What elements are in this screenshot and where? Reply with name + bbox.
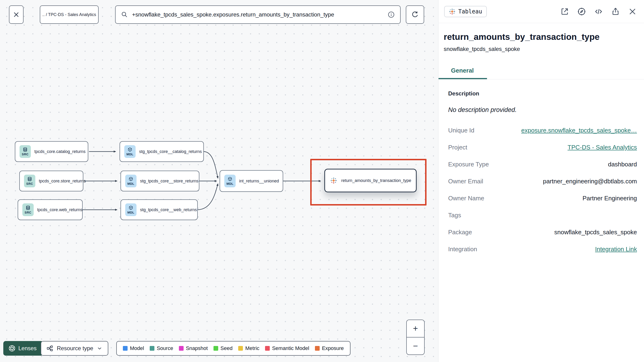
tab-general[interactable]: General	[438, 67, 487, 79]
panel-body: Description No description provided. Uni…	[438, 79, 644, 255]
refresh-icon	[411, 11, 419, 19]
info-icon[interactable]	[388, 11, 395, 18]
legend-swatch	[265, 346, 270, 351]
refresh-button[interactable]	[406, 6, 424, 24]
legend-item-metric: Metric	[238, 345, 260, 351]
legend-item-semantic-model: Semantic Model	[265, 345, 309, 351]
node-label: int_returns__unioned	[239, 179, 279, 184]
resource-type-dropdown[interactable]: Resource type	[41, 341, 108, 356]
unique-id-link[interactable]: exposure.snowflake_tpcds_sales_spoke…	[521, 127, 637, 134]
owner-name-value: Partner Engineering	[582, 195, 637, 202]
exposure-source-badge: Tableau	[444, 6, 487, 17]
share-button[interactable]	[611, 7, 620, 16]
exposure-title: return_amounts_by_transaction_type	[444, 32, 637, 42]
integration-link[interactable]: Integration Link	[595, 246, 637, 253]
graph-node-source-store-returns[interactable]: SRC tpcds_core.store_returns	[19, 171, 83, 191]
graph-node-stg-store-returns[interactable]: MDL stg_tpcds_core__store_returns	[120, 171, 199, 191]
zoom-controls: + −	[406, 320, 425, 355]
legend-swatch	[238, 346, 243, 351]
graph-node-stg-web-returns[interactable]: MDL stg_tpcds_core__web_returns	[120, 199, 198, 220]
graph-node-exposure-return-amounts[interactable]: return_amounts_by_transaction_type	[324, 169, 416, 192]
zoom-out-button[interactable]: −	[407, 337, 424, 354]
database-icon	[26, 205, 30, 211]
field-row-owner-email: Owner Email partner_engineering@dbtlabs.…	[448, 178, 637, 187]
model-node-icon: MDL	[125, 203, 136, 216]
share-icon	[611, 7, 620, 16]
close-icon	[13, 11, 20, 18]
legend-item-exposure: Exposure	[315, 345, 344, 351]
owner-email-value: partner_engineering@dbtlabs.com	[543, 178, 637, 185]
package-value: snowflake_tpcds_sales_spoke	[554, 229, 637, 236]
field-row-tags: Tags	[448, 212, 637, 221]
close-lineage-button[interactable]	[9, 6, 24, 24]
close-panel-button[interactable]	[628, 7, 637, 16]
description-value: No description provided.	[448, 106, 637, 114]
exposure-package-subtitle: snowflake_tpcds_sales_spoke	[444, 46, 637, 52]
source-node-icon: SRC	[24, 175, 35, 187]
node-label: stg_tpcds_core__web_returns	[140, 207, 197, 212]
node-label: tpcds_core.web_returns	[37, 207, 82, 212]
breadcrumb-label: .. / TPC-DS - Sales Analytics	[42, 12, 96, 17]
lineage-canvas[interactable]: SRC tpcds_core.catalog_returns SRC tpcds…	[0, 0, 438, 362]
zoom-in-button[interactable]: +	[407, 320, 424, 337]
breadcrumb[interactable]: .. / TPC-DS - Sales Analytics	[40, 6, 98, 24]
field-row-unique-id: Unique Id exposure.snowflake_tpcds_sales…	[448, 127, 637, 136]
external-link-icon	[560, 7, 569, 16]
lenses-label: Lenses	[18, 345, 36, 352]
lineage-search[interactable]	[115, 6, 400, 24]
legend-swatch	[315, 346, 320, 351]
model-node-icon: MDL	[125, 175, 136, 187]
search-input[interactable]	[132, 11, 384, 18]
legend-item-seed: Seed	[214, 345, 232, 351]
detail-panel: Tableau	[438, 0, 644, 362]
explore-button[interactable]	[577, 7, 586, 16]
field-row-owner-name: Owner Name Partner Engineering	[448, 195, 637, 204]
model-node-icon: MDL	[124, 145, 136, 158]
field-row-exposure-type: Exposure Type dashboard	[448, 161, 637, 170]
node-label: tpcds_core.store_returns	[39, 179, 86, 184]
cube-icon	[128, 205, 134, 211]
code-icon	[594, 7, 603, 16]
database-icon	[22, 147, 28, 152]
cube-icon	[127, 147, 132, 152]
graph-node-source-catalog-returns[interactable]: SRC tpcds_core.catalog_returns	[15, 141, 88, 162]
legend-swatch	[214, 346, 218, 351]
chevron-down-icon	[96, 345, 103, 351]
cube-icon	[128, 176, 134, 182]
panel-actions	[560, 7, 637, 16]
panel-tabs: General	[438, 67, 644, 79]
badge-label: Tableau	[458, 8, 482, 15]
source-node-icon: SRC	[20, 145, 31, 158]
graph-node-stg-catalog-returns[interactable]: MDL stg_tpcds_core__catalog_returns	[120, 141, 204, 162]
database-icon	[27, 176, 32, 182]
search-icon	[121, 11, 128, 18]
compass-icon	[577, 7, 586, 16]
hierarchy-icon	[46, 345, 54, 352]
legend-item-source: Source	[150, 345, 173, 351]
legend-item-snapshot: Snapshot	[179, 345, 208, 351]
legend-item-model: Model	[123, 345, 144, 351]
field-row-project: Project TPC-DS - Sales Analytics	[448, 144, 637, 153]
project-link[interactable]: TPC-DS - Sales Analytics	[568, 144, 637, 151]
lenses-button[interactable]: Lenses	[3, 341, 42, 356]
graph-node-source-web-returns[interactable]: SRC tpcds_core.web_returns	[18, 199, 82, 220]
tableau-icon	[449, 8, 456, 15]
node-label: stg_tpcds_core__store_returns	[140, 179, 198, 184]
aperture-icon	[8, 345, 16, 352]
detail-panel-header: Tableau	[438, 0, 644, 23]
cube-icon	[228, 176, 232, 182]
node-label: stg_tpcds_core__catalog_returns	[139, 149, 202, 154]
field-row-integration: Integration Integration Link	[448, 246, 637, 255]
open-external-button[interactable]	[560, 7, 569, 16]
legend-swatch	[150, 346, 154, 351]
graph-node-int-returns-unioned[interactable]: MDL int_returns__unioned	[220, 170, 283, 192]
lens-controls: Lenses Resource type	[3, 341, 108, 356]
model-node-icon: MDL	[224, 175, 236, 187]
field-row-package: Package snowflake_tpcds_sales_spoke	[448, 229, 637, 238]
description-label: Description	[448, 90, 637, 97]
node-label: tpcds_core.catalog_returns	[34, 149, 86, 154]
view-code-button[interactable]	[594, 7, 603, 16]
source-node-icon: SRC	[22, 203, 34, 216]
tableau-icon	[330, 175, 337, 186]
node-label: return_amounts_by_transaction_type	[341, 178, 411, 183]
